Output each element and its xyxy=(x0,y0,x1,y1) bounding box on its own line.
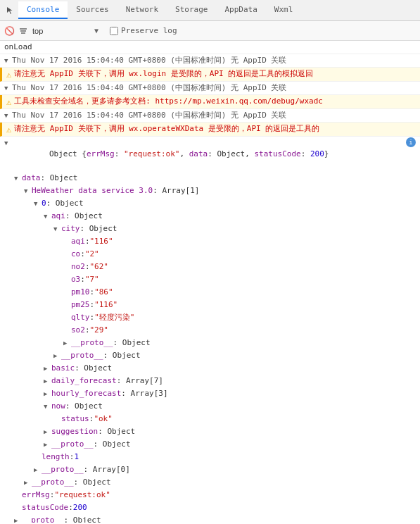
object-label: Object { xyxy=(49,149,87,158)
root-text: Object {errMsg: "request:ok", data: Obje… xyxy=(12,137,403,171)
log-warning-3: ⚠ 请注意无 AppID 关联下，调用 wx.operateWXData 是受限… xyxy=(0,123,420,137)
proto-array-expand[interactable]: ▶ xyxy=(34,464,39,475)
tree-o3-val: o3: "7" xyxy=(4,273,420,286)
tab-wxml[interactable]: Wxml xyxy=(266,1,302,19)
tree-proto-data: ▶ __proto__: Object xyxy=(4,476,420,489)
now-expand[interactable]: ▼ xyxy=(44,401,49,412)
heweather-expand[interactable]: ▼ xyxy=(24,185,30,196)
proto-root-expand[interactable]: ▶ xyxy=(14,515,20,523)
aqi-val-key: aqi xyxy=(71,236,85,247)
tree-aqi-val: aqi: "116" xyxy=(4,235,420,248)
tree-status: status: "ok" xyxy=(4,413,420,425)
warning-text-2: 工具未检查安全域名，更多请参考文档: https://mp.weixin.qq.… xyxy=(14,96,416,107)
item0-expand[interactable]: ▼ xyxy=(34,198,39,209)
tree-daily: ▶ daily_forecast: Array[7] xyxy=(4,375,420,387)
warning-text-1: 请注意无 AppID 关联下，调用 wx.login 是受限的，API 的返回是… xyxy=(14,68,416,80)
suggestion-expand[interactable]: ▶ xyxy=(44,426,49,437)
log-warning-2: ⚠ 工具未检查安全域名，更多请参考文档: https://mp.weixin.q… xyxy=(0,95,420,109)
top-filter-input[interactable] xyxy=(32,27,89,35)
tree-pm25-val: pm25: "116" xyxy=(4,299,420,311)
tab-network[interactable]: Network xyxy=(117,1,167,19)
tree-proto-root: ▶ __proto__: Object xyxy=(4,514,420,523)
tree-hourly: ▶ hourly_forecast: Array[3] xyxy=(4,387,420,400)
log-timestamp-3: ▼ Thu Nov 17 2016 15:04:40 GMT+0800 (中国标… xyxy=(0,109,420,123)
tree-item-0: ▼ 0: Object xyxy=(4,197,420,210)
basic-expand[interactable]: ▶ xyxy=(44,363,49,374)
tree-co-val: co: "2" xyxy=(4,248,420,261)
preserve-log-container: Preserve log xyxy=(110,26,177,35)
daily-expand[interactable]: ▶ xyxy=(44,375,49,387)
aqi-expand[interactable]: ▼ xyxy=(44,211,49,222)
log-timestamp-1: ▼ Thu Nov 17 2016 15:04:40 GMT+0800 (中国标… xyxy=(0,54,420,68)
data-key: data xyxy=(22,173,41,184)
tree-suggestion: ▶ suggestion: Object xyxy=(4,425,420,438)
city-expand[interactable]: ▼ xyxy=(53,223,59,235)
console-filter-bar: 🚫 ▼ Preserve log xyxy=(0,21,420,41)
onload-text: onLoad xyxy=(4,42,416,53)
tree-pm10-val: pm10: "86" xyxy=(4,286,420,299)
proto-aqi-expand[interactable]: ▶ xyxy=(53,350,59,361)
cursor-icon[interactable] xyxy=(6,6,15,15)
warning-text-3: 请注意无 AppID 关联下，调用 wx.operateWXData 是受限的，… xyxy=(14,123,416,135)
expand-arrow-3[interactable]: ▼ xyxy=(4,110,10,121)
item0-key: 0 xyxy=(42,198,46,209)
log-timestamp-2: ▼ Thu Nov 17 2016 15:04:40 GMT+0800 (中国标… xyxy=(0,82,420,95)
tree-errmsg: errMsg: "request:ok" xyxy=(4,489,420,501)
info-icon[interactable]: i xyxy=(406,137,416,147)
timestamp-text-3: Thu Nov 17 2016 15:04:40 GMT+0800 (中国标准时… xyxy=(12,110,416,121)
tree-statuscode: statusCode: 200 xyxy=(4,501,420,514)
hourly-expand[interactable]: ▶ xyxy=(44,388,49,399)
proto-city-expand[interactable]: ▶ xyxy=(63,337,69,349)
warn-icon-1: ⚠ xyxy=(6,69,11,80)
warn-icon-2: ⚠ xyxy=(6,96,11,108)
tree-city: ▼ city: Object xyxy=(4,223,420,235)
tab-console[interactable]: Console xyxy=(18,1,68,19)
tree-now: ▼ now: Object xyxy=(4,400,420,413)
tree-aqi: ▼ aqi: Object xyxy=(4,210,420,223)
expand-arrow-2[interactable]: ▼ xyxy=(4,82,10,94)
aqi-key: aqi xyxy=(51,211,65,222)
tree-root: ▼ Object {errMsg: "request:ok", data: Ob… xyxy=(4,137,420,172)
warn-icon-3: ⚠ xyxy=(6,124,11,135)
proto-item0-expand[interactable]: ▶ xyxy=(44,439,49,450)
tree-so2-val: so2: "29" xyxy=(4,324,420,337)
tree-basic: ▶ basic: Object xyxy=(4,362,420,375)
proto-data-expand[interactable]: ▶ xyxy=(24,477,30,488)
root-expand[interactable]: ▼ xyxy=(4,137,10,149)
timestamp-text-1: Thu Nov 17 2016 15:04:40 GMT+0800 (中国标准时… xyxy=(12,55,416,66)
console-output: onLoad ▼ Thu Nov 17 2016 15:04:40 GMT+08… xyxy=(0,41,420,523)
filter-dropdown-arrow[interactable]: ▼ xyxy=(94,27,98,35)
object-tree: ▼ Object {errMsg: "request:ok", data: Ob… xyxy=(0,137,420,523)
tree-heweather: ▼ HeWeather data service 3.0: Array[1] xyxy=(4,185,420,197)
preserve-log-checkbox[interactable] xyxy=(110,27,118,35)
tree-proto-city: ▶ __proto__: Object xyxy=(4,337,420,349)
data-expand[interactable]: ▼ xyxy=(14,173,20,184)
tree-no2-val: no2: "62" xyxy=(4,261,420,273)
aqi-val-expand xyxy=(63,236,69,247)
city-key: city xyxy=(61,223,80,235)
filter-toggle-icon[interactable] xyxy=(18,26,28,36)
clear-console-icon[interactable]: 🚫 xyxy=(4,26,14,36)
log-onload: onLoad xyxy=(0,41,420,54)
tree-data: ▼ data: Object xyxy=(4,172,420,185)
tab-sources[interactable]: Sources xyxy=(68,1,117,19)
preserve-log-label: Preserve log xyxy=(121,26,177,35)
log-warning-1: ⚠ 请注意无 AppID 关联下，调用 wx.login 是受限的，API 的返… xyxy=(0,68,420,82)
tree-proto-item0: ▶ __proto__: Object xyxy=(4,438,420,451)
tree-proto-aqi: ▶ __proto__: Object xyxy=(4,349,420,362)
expand-arrow-1[interactable]: ▼ xyxy=(4,55,10,66)
tab-appdata[interactable]: AppData xyxy=(216,1,265,19)
tree-length: length: 1 xyxy=(4,451,420,463)
tree-proto-array: ▶ __proto__: Array[0] xyxy=(4,463,420,476)
heweather-key: HeWeather data service 3.0 xyxy=(32,185,153,196)
timestamp-text-2: Thu Nov 17 2016 15:04:40 GMT+0800 (中国标准时… xyxy=(12,82,416,94)
devtools-toolbar: Console Sources Network Storage AppData … xyxy=(0,0,420,21)
tab-storage[interactable]: Storage xyxy=(167,1,216,19)
tree-qlty-val: qlty: "轻度污染" xyxy=(4,311,420,324)
